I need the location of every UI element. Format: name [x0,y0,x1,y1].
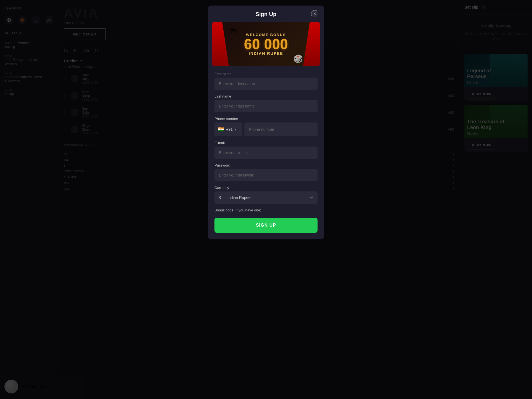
modal-banner: WELCOME BONUS 60 000 INDIAN RUPEE 🏍 🎲 [212,22,320,66]
phone-number-group: Phone number 🇮🇳 +91 ▾ [214,117,318,136]
email-input[interactable] [214,147,318,159]
last-name-group: Last name [214,94,318,112]
currency-group: Currency ₹ — Indian Rupee $ — US Dollar … [214,186,318,204]
last-name-input[interactable] [214,100,318,112]
modal-form: First name Last name Phone number 🇮🇳 +91… [208,72,324,233]
banner-stripe-right [303,22,320,66]
currency-label: Currency [214,186,318,190]
country-code: +91 [226,127,233,132]
chevron-down-icon: ▾ [235,128,236,131]
banner-deco-helmet: 🏍 [229,25,237,34]
banner-deco-dice: 🎲 [293,54,303,63]
phone-country-selector[interactable]: 🇮🇳 +91 ▾ [214,122,242,136]
modal-overlay: Sign Up × WELCOME BONUS 60 000 INDIAN RU… [0,0,532,399]
bonus-code-row: Bonus code (if you have one) [214,208,318,212]
currency-wrapper: ₹ — Indian Rupee $ — US Dollar € — Euro [214,191,318,204]
email-label: E-mail [214,141,318,145]
currency-select[interactable]: ₹ — Indian Rupee $ — US Dollar € — Euro [214,191,318,204]
password-group: Password [214,163,318,181]
first-name-input[interactable] [214,78,318,90]
banner-amount: 60 000 [244,37,288,51]
last-name-label: Last name [214,94,318,98]
banner-currency-label: INDIAN RUPEE [244,51,288,56]
bonus-code-text: (if you have one) [234,208,261,212]
india-flag-icon: 🇮🇳 [218,126,224,132]
modal-title: Sign Up [255,11,277,17]
first-name-label: First name [214,72,318,76]
phone-row: 🇮🇳 +91 ▾ [214,122,318,136]
modal-header: Sign Up × [208,6,324,22]
modal-banner-content: WELCOME BONUS 60 000 INDIAN RUPEE [244,33,288,56]
signup-modal: Sign Up × WELCOME BONUS 60 000 INDIAN RU… [208,6,324,239]
signup-button[interactable]: SIGN UP [214,218,318,233]
email-group: E-mail [214,141,318,159]
password-label: Password [214,163,318,167]
modal-close-button[interactable]: × [311,10,319,18]
first-name-group: First name [214,72,318,90]
password-input[interactable] [214,169,318,181]
bonus-code-link[interactable]: Bonus code [214,208,234,212]
phone-number-input[interactable] [244,122,318,136]
banner-stripe-left [212,22,229,66]
phone-label: Phone number [214,117,318,121]
